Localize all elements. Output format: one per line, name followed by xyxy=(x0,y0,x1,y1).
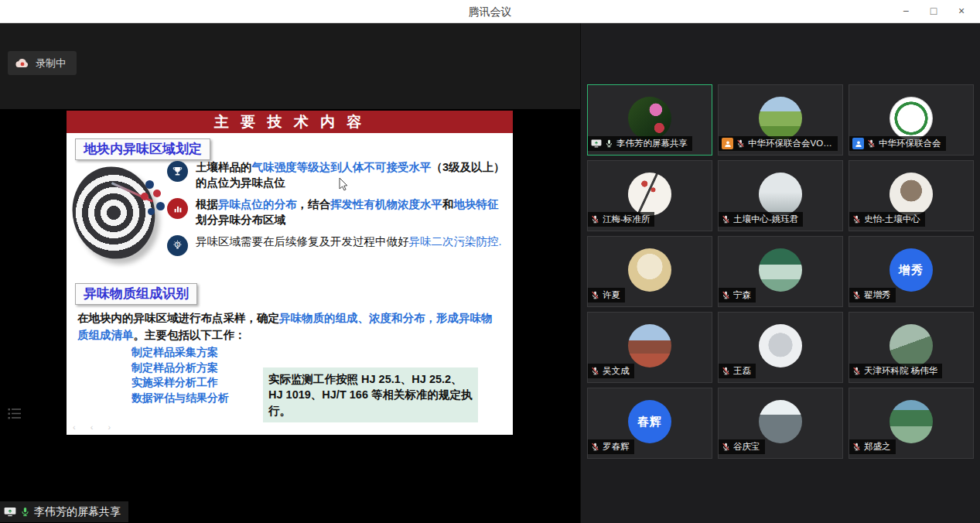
mic-muted-icon xyxy=(852,442,861,452)
section1-header: 地块内异味区域划定 xyxy=(75,138,210,160)
avatar xyxy=(628,173,671,216)
participant-tile[interactable]: 李伟芳的屏幕共享 xyxy=(587,84,712,156)
pin-red xyxy=(153,190,161,197)
task-item: 制定样品采集方案 xyxy=(131,345,229,361)
mic-muted-icon xyxy=(852,366,861,376)
avatar-initials: 春辉 xyxy=(628,400,671,443)
mic-muted-icon xyxy=(722,214,730,224)
participant-tile[interactable]: 许夏 xyxy=(587,236,712,307)
avatar xyxy=(628,97,671,140)
maximize-icon[interactable]: □ xyxy=(920,0,948,23)
screen-share-icon xyxy=(4,507,16,517)
bullet-text: 根据异味点位的分布，结合挥发性有机物浓度水平和地块特征划分异味分布区域 xyxy=(196,197,507,227)
avatar xyxy=(890,97,933,140)
record-cloud-icon xyxy=(15,58,29,68)
participant-tile[interactable]: 吴文成 xyxy=(587,312,712,383)
recording-indicator[interactable]: 录制中 xyxy=(8,51,77,75)
participant-tile[interactable]: 天津环科院 杨伟华 xyxy=(849,312,974,383)
section2-header: 异味物质组成识别 xyxy=(75,283,197,305)
name-label: 翟增秀 xyxy=(849,288,896,303)
name-label: 许夏 xyxy=(588,288,625,303)
participant-tile[interactable]: 宁森 xyxy=(718,236,843,307)
mic-muted-icon xyxy=(722,442,730,452)
bullet-item: 根据异味点位的分布，结合挥发性有机物浓度水平和地块特征划分异味分布区域 xyxy=(167,197,507,227)
mic-muted-icon xyxy=(722,366,730,376)
mic-muted-icon xyxy=(591,290,599,300)
task-item: 实施采样分析工作 xyxy=(131,375,229,391)
trophy-icon xyxy=(167,161,188,182)
name-label: 中华环保联合会VOC... xyxy=(719,136,838,151)
pin-blue xyxy=(148,208,155,215)
participant-tile[interactable]: 春辉 罗春辉 xyxy=(587,388,712,459)
mic-on-icon xyxy=(20,506,30,518)
avatar xyxy=(759,173,802,216)
name-label: 郑盛之 xyxy=(849,439,896,454)
section1-bullets: 土壤样品的气味强度等级达到人体不可接受水平（3级及以上）的点位为异味点位 根据异… xyxy=(167,160,507,263)
name-label: 吴文成 xyxy=(588,364,634,378)
participant-panel: 李伟芳的屏幕共享 中华环保联合会VOC... 中华环保联合会 xyxy=(580,23,980,523)
section2-paragraph: 在地块内的异味区域进行布点采样，确定异味物质的组成、浓度和分布，形成异味物质组成… xyxy=(77,310,501,344)
bullet-text: 异味区域需要在后续修复及开发过程中做好异味二次污染防控. xyxy=(196,234,502,250)
task-list: 制定样品采集方案 制定样品分析方案 实施采样分析工作 数据评估与结果分析 xyxy=(131,345,229,405)
standards-callout: 实际监测工作按照 HJ 25.1、HJ 25.2、HJ 1019、HJ/T 16… xyxy=(263,367,478,422)
name-label: 宁森 xyxy=(719,288,756,303)
meeting-window: 腾讯会议 − □ × 录制中 主 要 技 术 内 容 xyxy=(0,0,980,523)
avatar xyxy=(890,173,933,216)
participant-tile[interactable]: 郑盛之 xyxy=(849,388,974,459)
name-label: 谷庆宝 xyxy=(719,439,765,454)
participant-grid: 李伟芳的屏幕共享 中华环保联合会VOC... 中华环保联合会 xyxy=(587,84,974,459)
participant-tile[interactable]: 江梅-标准所 xyxy=(587,160,712,231)
mic-muted-icon xyxy=(591,214,599,224)
presenter-share-banner: 李伟芳的屏幕共享 xyxy=(0,501,128,522)
avatar xyxy=(759,324,802,367)
avatar xyxy=(759,400,802,443)
recording-label: 录制中 xyxy=(36,56,66,70)
mouse-cursor xyxy=(339,177,349,192)
avatar-initials: 增秀 xyxy=(890,248,933,292)
pin-blue xyxy=(156,202,165,210)
participant-tile[interactable]: 史怡-土壤中心 xyxy=(849,160,974,231)
mic-on-icon xyxy=(605,138,613,149)
mic-muted-icon xyxy=(591,366,599,376)
screen-share-stage: 录制中 主 要 技 术 内 容 地块内异味区域划定 xyxy=(0,23,580,523)
share-banner-label: 李伟芳的屏幕共享 xyxy=(34,505,121,519)
name-label: 江梅-标准所 xyxy=(588,212,654,227)
mic-muted-icon xyxy=(852,290,861,300)
pin-blue xyxy=(145,180,154,189)
avatar xyxy=(759,97,802,140)
dartboard-image xyxy=(70,163,167,268)
window-controls: − □ × xyxy=(892,0,975,23)
participant-tile[interactable]: 谷庆宝 xyxy=(718,388,843,459)
participant-tile[interactable]: 中华环保联合会 xyxy=(849,84,974,156)
minimize-icon[interactable]: − xyxy=(892,0,920,23)
presentation-slide: 主 要 技 术 内 容 地块内异味区域划定 xyxy=(67,111,513,435)
name-label: 李伟芳的屏幕共享 xyxy=(588,136,692,151)
bar-chart-icon xyxy=(167,198,188,219)
bullet-item: $ 异味区域需要在后续修复及开发过程中做好异味二次污染防控. xyxy=(167,234,507,256)
mic-muted-icon xyxy=(867,138,876,149)
participant-tile[interactable]: 中华环保联合会VOC... xyxy=(718,84,843,156)
list-icon xyxy=(6,406,23,422)
task-item: 数据评估与结果分析 xyxy=(131,391,229,406)
close-icon[interactable]: × xyxy=(948,0,975,23)
mic-muted-icon xyxy=(852,214,861,224)
titlebar: 腾讯会议 − □ × xyxy=(0,0,980,23)
mic-muted-icon xyxy=(736,138,745,149)
participant-tile[interactable]: 增秀 翟增秀 xyxy=(849,236,974,307)
member-badge-icon xyxy=(722,138,733,149)
avatar xyxy=(628,324,671,367)
member-badge-icon xyxy=(852,138,864,149)
task-item: 制定样品分析方案 xyxy=(131,361,229,376)
mic-muted-icon xyxy=(591,442,599,452)
avatar xyxy=(890,324,933,367)
participant-tile[interactable]: 王磊 xyxy=(718,312,843,383)
window-title: 腾讯会议 xyxy=(0,0,980,23)
avatar xyxy=(759,248,802,292)
name-label: 罗春辉 xyxy=(588,439,634,454)
name-label: 中华环保联合会 xyxy=(849,136,946,151)
name-label: 土壤中心-姚珏君 xyxy=(719,212,803,227)
name-label: 王磊 xyxy=(719,364,756,378)
avatar xyxy=(890,400,933,443)
lightbulb-icon: $ xyxy=(167,235,188,256)
participant-tile[interactable]: 土壤中心-姚珏君 xyxy=(718,160,843,231)
